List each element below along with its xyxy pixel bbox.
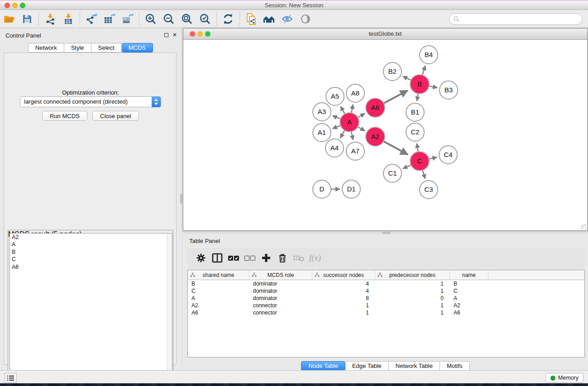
function-builder-icon[interactable]: f(x) [307, 250, 323, 266]
resize-grip[interactable] [581, 224, 587, 230]
zoom-view-button[interactable] [205, 31, 210, 37]
task-history-button[interactable] [5, 373, 17, 383]
edge-B-B1[interactable] [417, 94, 418, 101]
zoom-in-button[interactable] [142, 11, 160, 27]
show-all-button[interactable] [296, 11, 315, 27]
column-header-predecessor-nodes[interactable]: predecessor nodes [375, 270, 450, 280]
edge-A-A5[interactable] [340, 106, 344, 114]
node-A2[interactable]: A2 [366, 127, 385, 146]
first-neighbors-button[interactable] [260, 11, 278, 27]
edge-A6-B[interactable] [384, 91, 408, 103]
node-B4[interactable]: B4 [420, 46, 438, 64]
edge-C-C2[interactable] [417, 143, 418, 152]
float-panel-icon[interactable] [164, 33, 168, 37]
horizontal-split-handle[interactable] [382, 232, 390, 234]
node-A1[interactable]: A1 [313, 124, 331, 142]
node-C[interactable]: C [410, 152, 429, 171]
mcds-result-item[interactable]: A [10, 241, 172, 248]
mcds-result-item[interactable]: A6 [10, 263, 172, 271]
tab-network[interactable]: Network [28, 43, 64, 52]
criterion-dropdown[interactable]: largest connected component (directed) [20, 96, 161, 107]
tab-style[interactable]: Style [64, 43, 91, 52]
export-image-button[interactable] [119, 11, 137, 27]
zoom-out-button[interactable] [160, 11, 178, 27]
vertical-split-handle[interactable] [180, 194, 182, 204]
add-column-icon[interactable] [258, 250, 274, 266]
column-header-MCDS-role[interactable]: MCDS role [249, 270, 312, 280]
edge-A-A6[interactable] [358, 114, 365, 118]
open-file-button[interactable] [0, 11, 18, 27]
node-A3[interactable]: A3 [313, 103, 331, 121]
tab-mcds[interactable]: MCDS [122, 43, 153, 52]
column-header-name[interactable]: name [450, 270, 488, 280]
tab-node-table[interactable]: Node Table [301, 361, 345, 371]
node-table[interactable]: shared nameMCDS rolesuccessor nodesprede… [187, 270, 585, 357]
edge-C-C1[interactable] [403, 165, 411, 169]
network-graph[interactable]: AA1A2A3A4A5A6A7A8BB1B2B3B4CC1C2C3C4DD1 [183, 40, 587, 230]
node-A8[interactable]: A8 [346, 84, 364, 102]
import-table-button[interactable] [59, 11, 77, 27]
tab-motifs[interactable]: Motifs [440, 361, 470, 371]
edge-A-A7[interactable] [351, 132, 353, 140]
node-A4[interactable]: A4 [325, 139, 344, 157]
delete-column-icon[interactable] [274, 250, 291, 266]
edge-C-C3[interactable] [422, 170, 425, 179]
minimize-view-button[interactable] [197, 31, 203, 37]
edge-A-A3[interactable] [333, 116, 341, 119]
node-D1[interactable]: D1 [342, 180, 360, 198]
edge-A-A8[interactable] [351, 105, 353, 113]
list-scrollbar[interactable] [167, 234, 172, 385]
close-window-button[interactable] [5, 3, 10, 8]
table-row[interactable]: A6connector11A6 [188, 309, 584, 316]
minimize-window-button[interactable] [12, 3, 18, 8]
node-A[interactable]: A [340, 113, 359, 132]
node-A6[interactable]: A6 [366, 98, 385, 117]
node-C4[interactable]: C4 [439, 146, 457, 164]
search-input[interactable] [459, 14, 582, 24]
edge-C-C4[interactable] [429, 157, 437, 159]
table-row[interactable]: Cdominator41C [188, 287, 584, 295]
export-table-button[interactable] [100, 11, 119, 27]
refresh-button[interactable] [219, 11, 237, 27]
network-window-title-bar[interactable]: testGlobe.txt [183, 29, 587, 40]
edge-A-A4[interactable] [340, 130, 345, 138]
delete-table-icon[interactable] [291, 250, 307, 266]
edge-A-A2[interactable] [358, 127, 365, 131]
mcds-result-item[interactable]: A2 [10, 234, 172, 241]
table-row[interactable]: Bdominator41B [188, 280, 584, 287]
export-network-button[interactable] [82, 11, 100, 27]
node-D[interactable]: D [313, 180, 331, 198]
table-row[interactable]: A2connector11A2 [188, 302, 584, 309]
zoom-window-button[interactable] [20, 3, 25, 8]
node-B3[interactable]: B3 [440, 81, 458, 99]
node-C2[interactable]: C2 [406, 123, 424, 141]
mcds-result-item[interactable]: C [10, 256, 172, 263]
mcds-result-list[interactable]: A2ABCA6 [10, 233, 172, 385]
tab-select[interactable]: Select [91, 43, 122, 52]
run-mcds-button[interactable]: Run MCDS [42, 111, 87, 121]
close-panel-button[interactable]: Close panel [92, 111, 139, 121]
node-B2[interactable]: B2 [383, 62, 402, 81]
node-C1[interactable]: C1 [383, 164, 402, 182]
node-A7[interactable]: A7 [346, 142, 364, 160]
edge-B-B3[interactable] [429, 86, 438, 88]
import-network-button[interactable] [41, 11, 59, 27]
save-session-button[interactable] [18, 11, 36, 27]
edge-A-A1[interactable] [333, 125, 341, 129]
node-B[interactable]: B [410, 75, 429, 94]
node-C3[interactable]: C3 [420, 181, 438, 199]
column-header-successor-nodes[interactable]: successor nodes [312, 270, 375, 280]
edge-B-B4[interactable] [422, 66, 425, 75]
clone-network-button[interactable] [242, 11, 260, 27]
node-B1[interactable]: B1 [406, 103, 424, 121]
column-header-shared-name[interactable]: shared name [188, 270, 249, 280]
network-canvas[interactable]: AA1A2A3A4A5A6A7A8BB1B2B3B4CC1C2C3C4DD1 [183, 40, 587, 230]
tab-edge-table[interactable]: Edge Table [345, 361, 389, 371]
node-A5[interactable]: A5 [326, 87, 344, 105]
zoom-selected-button[interactable] [196, 11, 214, 27]
search-field[interactable] [449, 13, 583, 25]
mcds-result-item[interactable]: B [10, 248, 172, 256]
memory-button[interactable]: Memory [545, 373, 583, 383]
edge-B-B2[interactable] [403, 76, 411, 80]
table-settings-icon[interactable] [193, 250, 209, 266]
